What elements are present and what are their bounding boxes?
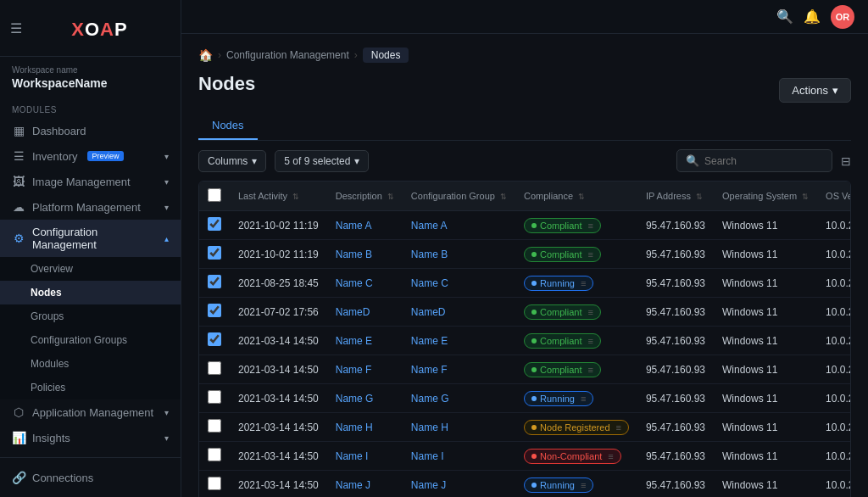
tab-nodes[interactable]: Nodes <box>198 112 258 140</box>
select-all-checkbox[interactable] <box>208 188 221 202</box>
chevron-down-icon: ▾ <box>164 152 169 161</box>
breadcrumb-current: Nodes <box>363 47 409 63</box>
table-row: 2021-03-14 14:50 Name F Name F Compliant… <box>199 355 851 384</box>
row-checkbox[interactable] <box>208 477 221 490</box>
actions-button[interactable]: Actions ▾ <box>779 78 851 103</box>
bell-icon[interactable]: 🔔 <box>804 8 821 25</box>
sidebar-item-application-management[interactable]: ⬡ Application Management ▾ <box>0 399 181 425</box>
row-checkbox[interactable] <box>208 217 221 231</box>
selected-count-badge[interactable]: 5 of 9 selected ▾ <box>275 150 369 172</box>
app-mgmt-icon: ⬡ <box>12 405 25 419</box>
sidebar-item-image-management[interactable]: 🖼 Image Management ▾ <box>0 169 181 194</box>
cell-ip: 95.47.160.93 <box>637 240 714 269</box>
cell-os: Windows 11 <box>714 355 817 384</box>
cell-os-version: 10.0.26100.... <box>817 355 851 384</box>
sidebar-item-insights[interactable]: 📊 Insights ▾ <box>0 425 181 450</box>
cell-ip: 95.47.160.93 <box>637 384 714 413</box>
hamburger-icon[interactable]: ☰ <box>10 20 22 36</box>
row-checkbox[interactable] <box>208 246 221 260</box>
col-os: Operating System ⇅ <box>714 181 817 211</box>
table-row: 2021-10-02 11:19 Name B Name B Compliant… <box>199 240 851 269</box>
row-checkbox[interactable] <box>208 448 221 461</box>
filter-icon[interactable]: ⊟ <box>841 154 851 168</box>
cell-last-activity: 2021-08-25 18:45 <box>230 269 327 298</box>
cell-os-version: 10.0.26100.... <box>817 327 851 355</box>
row-checkbox[interactable] <box>208 419 221 433</box>
table-row: 2021-03-14 14:50 Name G Name G Running ≡… <box>199 384 851 413</box>
sidebar-subitem-policies[interactable]: Policies <box>0 376 181 399</box>
cell-compliance: Running ≡ <box>515 384 637 413</box>
cell-ip: 95.47.160.93 <box>637 298 714 327</box>
chevron-down-icon: ▾ <box>164 433 169 443</box>
sidebar-item-inventory[interactable]: ☰ Inventory Preview ▾ <box>0 143 181 169</box>
actions-chevron-icon: ▾ <box>832 84 838 97</box>
cell-os-version: 10.0.26100.... <box>817 211 851 240</box>
table-row: 2021-03-14 14:50 Name E Name E Compliant… <box>199 327 851 355</box>
cell-description: Name G <box>327 384 403 413</box>
chevron-up-icon: ▴ <box>164 234 169 243</box>
breadcrumb-parent[interactable]: Configuration Management <box>226 49 349 61</box>
breadcrumb-sep2: › <box>354 49 358 61</box>
cell-config-group: Name C <box>403 269 515 298</box>
search-icon[interactable]: 🔍 <box>776 8 793 25</box>
cell-compliance: Compliant ≡ <box>515 327 637 355</box>
main-content: 🔍 🔔 OR 🏠 › Configuration Management › No… <box>181 0 868 497</box>
page-title: Nodes <box>198 73 255 95</box>
sidebar-subitem-modules[interactable]: Modules <box>0 352 181 376</box>
table-row: 2021-03-14 14:50 Name H Name H Node Regi… <box>199 413 851 442</box>
cell-os: Windows 11 <box>714 240 817 269</box>
content-area: 🏠 › Configuration Management › Nodes Nod… <box>181 34 868 497</box>
sidebar-item-dashboard[interactable]: ▦ Dashboard <box>0 118 181 143</box>
sidebar-item-connections[interactable]: 🔗 Connections <box>0 465 181 490</box>
home-icon[interactable]: 🏠 <box>198 48 213 62</box>
cell-config-group: Name F <box>403 355 515 384</box>
cell-description: Name C <box>327 269 403 298</box>
cell-last-activity: 2021-07-02 17:56 <box>230 298 327 327</box>
search-input[interactable] <box>704 155 823 167</box>
avatar[interactable]: OR <box>831 5 854 29</box>
insights-icon: 📊 <box>12 431 25 444</box>
cell-ip: 95.47.160.93 <box>637 442 714 471</box>
cell-os: Windows 11 <box>714 413 817 442</box>
row-checkbox[interactable] <box>208 332 221 346</box>
sidebar-item-label: Platform Management <box>32 201 141 214</box>
cell-description: NameD <box>327 298 403 327</box>
sidebar-item-label: Insights <box>32 432 70 444</box>
sidebar-subitem-configuration-groups[interactable]: Configuration Groups <box>0 328 181 352</box>
row-checkbox[interactable] <box>208 361 221 375</box>
col-config-group: Configuration Group ⇅ <box>403 181 515 211</box>
row-checkbox[interactable] <box>208 275 221 288</box>
cell-os: Windows 11 <box>714 471 817 498</box>
cell-ip: 95.47.160.93 <box>637 269 714 298</box>
platform-icon: ☁ <box>12 200 25 214</box>
sidebar-subitem-groups[interactable]: Groups <box>0 304 181 328</box>
table-row: 2021-08-25 18:45 Name C Name C Running ≡… <box>199 269 851 298</box>
cell-description: Name B <box>327 240 403 269</box>
row-checkbox[interactable] <box>208 390 221 404</box>
image-icon: 🖼 <box>12 175 25 188</box>
row-checkbox[interactable] <box>208 304 221 317</box>
topbar: 🔍 🔔 OR <box>181 0 868 34</box>
logo: XOAP <box>71 19 127 41</box>
sidebar-item-label: Application Management <box>32 406 153 419</box>
breadcrumb-sep: › <box>218 49 221 61</box>
table-row: 2021-07-02 17:56 NameD NameD Compliant ≡… <box>199 298 851 327</box>
sidebar-subitem-nodes[interactable]: Nodes <box>0 281 181 304</box>
cell-compliance: Compliant ≡ <box>515 211 637 240</box>
sidebar-item-label: Dashboard <box>32 125 86 137</box>
chevron-down-icon: ▾ <box>164 177 169 187</box>
search-icon: 🔍 <box>686 154 699 167</box>
sidebar-subitem-overview[interactable]: Overview <box>0 257 181 281</box>
search-box[interactable]: 🔍 <box>676 149 832 172</box>
col-last-activity: Last Activity ⇅ <box>230 181 327 211</box>
cell-os-version: 10.0.26100.... <box>817 413 851 442</box>
sidebar-item-configuration-management[interactable]: ⚙ Configuration Management ▴ <box>0 220 181 257</box>
columns-button[interactable]: Columns ▾ <box>198 150 266 172</box>
cell-last-activity: 2021-03-14 14:50 <box>230 471 327 498</box>
sidebar-item-platform-management[interactable]: ☁ Platform Management ▾ <box>0 194 181 220</box>
nodes-table: Last Activity ⇅ Description ⇅ Configurat… <box>199 181 851 497</box>
cell-ip: 95.47.160.93 <box>637 413 714 442</box>
cell-compliance: Compliant ≡ <box>515 240 637 269</box>
cell-description: Name J <box>327 471 403 498</box>
toolbar: Columns ▾ 5 of 9 selected ▾ 🔍 ⊟ <box>198 141 851 181</box>
